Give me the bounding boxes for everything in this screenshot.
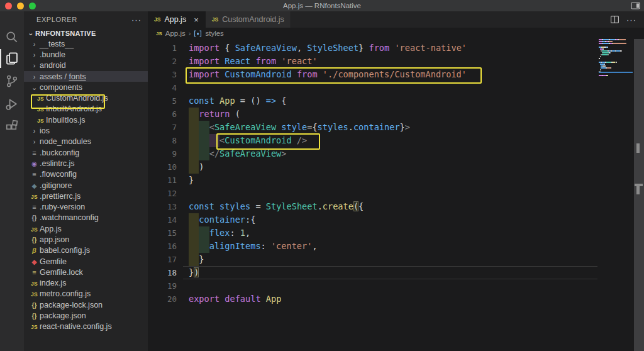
activity-bar-search-icon[interactable] (0, 26, 24, 48)
tree-item-.bundle[interactable]: ›.bundle (24, 49, 148, 60)
line-number: 16 (148, 240, 177, 253)
line-number: 4 (148, 81, 177, 94)
tree-item-.gitignore[interactable]: ◆.gitignore (24, 180, 148, 191)
tree-item-.flowconfig[interactable]: ≡.flowconfig (24, 169, 148, 180)
activity-bar-run-and-debug-icon[interactable] (0, 94, 24, 115)
file-tree: ›__tests__›.bundle›android›assets / font… (24, 38, 148, 332)
tree-item-.watchmanconfig[interactable]: {}.watchmanconfig (24, 213, 148, 223)
line-text: container:{ (183, 213, 597, 226)
customize-layout-icon[interactable] (631, 2, 640, 9)
tree-item-Gemfile.lock[interactable]: ≡Gemfile.lock (24, 267, 148, 277)
ruby-gem-icon: ◆ (29, 257, 40, 266)
tree-item-index.js[interactable]: JSindex.js (24, 278, 148, 289)
code-line-2[interactable]: 2import React from 'react' (148, 55, 597, 68)
code-line-3[interactable]: 3import CustomAndroid from './components… (148, 68, 597, 81)
scrollbar-decoration (636, 186, 640, 194)
tree-item-ios[interactable]: ›ios (24, 125, 148, 136)
code-line-18[interactable]: 18}) (148, 266, 597, 279)
tree-item-.prettierrc.js[interactable]: JS.prettierrc.js (24, 191, 148, 201)
minimap-line (599, 47, 633, 48)
close-icon[interactable]: × (194, 15, 199, 25)
breadcrumb-file[interactable]: App.js (165, 30, 186, 37)
more-actions-icon[interactable]: ··· (626, 15, 636, 25)
breadcrumb-symbol[interactable]: styles (205, 30, 223, 37)
tree-item-CustomAndroid.js[interactable]: JSCustomAndroid.js (24, 92, 148, 103)
tree-item-node_modules[interactable]: ›node_modules (24, 136, 148, 147)
activity-bar-extensions-icon[interactable] (0, 115, 24, 136)
code-line-7[interactable]: 7<SafeAreaView style={styles.container}> (148, 121, 597, 134)
tree-item-label: InbuiltAndroid.js (46, 104, 102, 113)
tree-item-InbuiltIos.js[interactable]: JSInbuiltIos.js (24, 114, 148, 125)
tree-item-package.json[interactable]: {}package.json (24, 310, 148, 321)
line-text: const styles = StyleSheet.create({ (183, 200, 597, 213)
code-line-19[interactable]: 19 (148, 279, 597, 292)
split-editor-icon[interactable] (611, 16, 619, 23)
explorer-more-actions-icon[interactable]: ··· (131, 15, 142, 25)
code-line-15[interactable]: 15flex: 1, (148, 226, 597, 240)
activity-bar-explorer-icon[interactable] (0, 48, 24, 69)
tree-item-react-native.config.js[interactable]: JSreact-native.config.js (24, 321, 148, 332)
minimap[interactable] (599, 39, 633, 351)
tree-item-.buckconfig[interactable]: ≡.buckconfig (24, 147, 148, 158)
tree-item-package-lock.json[interactable]: {}package-lock.json (24, 299, 148, 310)
tree-item-App.js[interactable]: JSApp.js (24, 223, 148, 234)
tree-item-assetsfonts[interactable]: ›assets / fonts (24, 71, 148, 82)
tree-item-.eslintrc.js[interactable]: ◉.eslintrc.js (24, 158, 148, 169)
tree-item-metro.config.js[interactable]: JSmetro.config.js (24, 289, 148, 299)
code-line-10[interactable]: 10) (148, 160, 597, 174)
minimap-line (599, 50, 633, 52)
code-line-16[interactable]: 16alignItems: 'center', (148, 240, 597, 253)
tree-item-android[interactable]: ›android (24, 60, 148, 71)
explorer-header[interactable]: EXPLORER ··· (24, 11, 148, 28)
line-text: export default App (183, 292, 597, 306)
code-line-1[interactable]: 1import { SafeAreaView, StyleSheet} from… (148, 42, 597, 55)
breadcrumb: JS App.js › styles (148, 28, 644, 39)
line-number: 15 (148, 226, 177, 240)
tree-item-label: .prettierrc.js (40, 192, 80, 201)
indent-guide-block (189, 134, 199, 147)
sidebar-explorer: EXPLORER ··· ⌄ RNFONTSNATIVE ›__tests__›… (24, 11, 148, 351)
code-line-20[interactable]: 20export default App (148, 292, 597, 306)
tree-item-babel.config.js[interactable]: βbabel.config.js (24, 245, 148, 256)
tree-item-.ruby-version[interactable]: ≡.ruby-version (24, 201, 148, 212)
code-line-4[interactable]: 4 (148, 81, 597, 94)
tree-item-components[interactable]: ⌄components (24, 82, 148, 92)
scrollbar-decoration (636, 143, 640, 153)
code-line-9[interactable]: 9</SafeAreaView> (148, 147, 597, 160)
tab-App.js[interactable]: JSApp.js× (148, 11, 206, 28)
activity-bar-source-control-icon[interactable] (0, 70, 24, 92)
code-line-13[interactable]: 13const styles = StyleSheet.create({ (148, 200, 597, 213)
line-text: return ( (183, 108, 597, 121)
minimap-line (599, 62, 633, 63)
editor-scrollbar[interactable] (634, 39, 644, 351)
line-number: 14 (148, 213, 177, 226)
tree-item-label: react-native.config.js (40, 322, 112, 331)
indent-guide-block (189, 213, 199, 226)
tree-item-InbuiltAndroid.js[interactable]: JSInbuiltAndroid.js (24, 104, 148, 114)
tree-root-folder[interactable]: ⌄ RNFONTSNATIVE (24, 28, 148, 38)
code-line-5[interactable]: 5const App = () => { (148, 94, 597, 108)
tree-item-__tests__[interactable]: ›__tests__ (24, 38, 148, 49)
indent-guide-block (189, 147, 199, 160)
chevron-down-icon: ⌄ (29, 83, 40, 92)
line-number: 17 (148, 253, 177, 266)
minimap-line (599, 45, 633, 46)
code-line-14[interactable]: 14container:{ (148, 213, 597, 226)
tree-item-label: index.js (40, 279, 66, 287)
tree-item-Gemfile[interactable]: ◆Gemfile (24, 256, 148, 267)
indent-guide-block (189, 253, 199, 266)
tree-item-label: ios (40, 126, 50, 135)
editor-code-area[interactable]: 1import { SafeAreaView, StyleSheet} from… (148, 39, 597, 351)
code-line-6[interactable]: 6return ( (148, 108, 597, 121)
code-line-8[interactable]: 8<CustomAndroid /> (148, 134, 597, 147)
line-text: import { SafeAreaView, StyleSheet} from … (183, 42, 597, 55)
indent-guide-block (209, 134, 219, 147)
git-icon: ◆ (29, 181, 40, 190)
code-line-17[interactable]: 17} (148, 253, 597, 266)
tab-CustomAndroid.js[interactable]: JSCustomAndroid.js (206, 11, 291, 28)
line-text (183, 279, 597, 292)
tree-item-label: .bundle (40, 50, 65, 59)
code-line-11[interactable]: 11} (148, 174, 597, 187)
code-line-12[interactable]: 12 (148, 187, 597, 200)
tree-item-app.json[interactable]: {}app.json (24, 234, 148, 245)
